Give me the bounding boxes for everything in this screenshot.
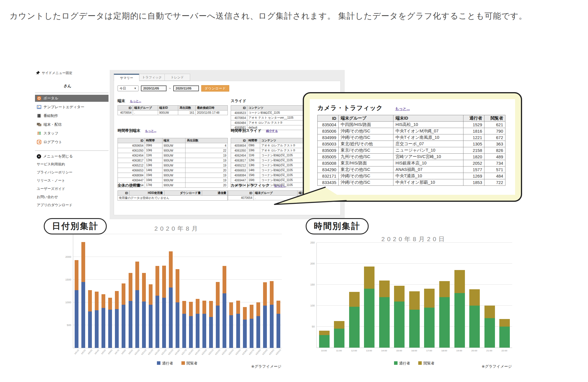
- bar-segment: [216, 306, 220, 348]
- stacked-bar: [319, 243, 330, 348]
- x-axis-tick-label: 14:00: [377, 349, 392, 352]
- more-link[interactable]: もっと...: [145, 129, 156, 133]
- table-cell: 17時: [145, 183, 162, 188]
- column-header: 再生回数: [178, 106, 196, 111]
- table-cell: 734: [484, 160, 505, 167]
- column-header: ID: [231, 106, 247, 111]
- section-hourly-slide-header: 時間帯別スライド 縮小する: [231, 128, 278, 133]
- table-cell: 20: [186, 183, 228, 188]
- sidebar-link-2[interactable]: リリース・ノート: [35, 176, 108, 185]
- date-to-input[interactable]: 2020/11/05: [173, 85, 199, 91]
- bar-segment: [439, 297, 450, 348]
- sidebar-link-3[interactable]: ユーザーズガイド: [35, 185, 108, 193]
- x-axis-tick-label: 16:00: [407, 349, 422, 352]
- bar-segment: [202, 301, 206, 314]
- more-link[interactable]: もっと...: [395, 106, 410, 111]
- pin-icon: [36, 71, 40, 75]
- terminal-table: ID端末グループ端末ID再生回数最終接続日時4070654.900UW16120…: [118, 105, 228, 115]
- stacked-bar: [223, 234, 226, 348]
- table-row: 835004中四国/HIS/路面HIS高松_101529621: [318, 122, 505, 128]
- stacked-bar: [276, 234, 280, 348]
- table-cell: 中四国/HIS/路面: [339, 122, 393, 128]
- device-icon: [37, 122, 41, 127]
- bar-segment: [142, 273, 146, 302]
- table-cell: 363: [484, 141, 505, 147]
- table-cell: 中央TイオンM沖縄_07: [393, 128, 463, 134]
- stacked-bar: [176, 234, 179, 348]
- bar-segment: [236, 301, 240, 314]
- date-from-input[interactable]: 2020/11/05: [141, 85, 167, 91]
- x-axis-tick-label: 17:00: [422, 349, 437, 352]
- column-header: 最終接続日時: [196, 106, 228, 111]
- table-cell: 4065212: [118, 163, 145, 168]
- menu-close-button[interactable]: ✕ メニューを閉じる: [35, 153, 108, 160]
- bar-segment: [129, 273, 132, 301]
- bar-segment: [256, 302, 260, 316]
- table-cell: 835004: [318, 122, 339, 128]
- table-cell: 484: [484, 173, 505, 179]
- table-cell: 571: [484, 167, 505, 173]
- bar-segment: [182, 314, 186, 348]
- date-range-tilde: ~: [169, 86, 171, 90]
- sidebar-link-0[interactable]: サービス利用規約: [35, 160, 108, 168]
- period-select[interactable]: 今日 ▼: [118, 85, 139, 91]
- bar-segment: [334, 321, 344, 329]
- y-axis-tick-label: 100: [310, 304, 315, 307]
- sidebar-item-5[interactable]: ログアウト: [35, 138, 108, 146]
- tab-0[interactable]: サマリー: [114, 74, 139, 81]
- sidebar-link-1[interactable]: プライバシーポリシー: [35, 168, 108, 176]
- section-hourly-terminal-header: 時間帯別端末 もっと...: [118, 128, 156, 133]
- sidebar-item-2[interactable]: 番組制作: [35, 111, 108, 120]
- sidebar-item-1[interactable]: テンプレートエディター: [35, 103, 108, 111]
- shrink-link[interactable]: 縮小する: [266, 129, 278, 133]
- table-cell: 2158: [463, 147, 484, 154]
- table-cell: 09時: [247, 143, 260, 148]
- stacked-bar: [439, 243, 450, 348]
- sidebar-link-4[interactable]: お問い合わせ: [35, 193, 108, 201]
- sidebar-pin-toggle[interactable]: サイドメニュー固定: [35, 69, 108, 76]
- bar-segment: [469, 289, 480, 306]
- stacked-bar: [135, 234, 139, 348]
- table-cell: 835006: [318, 128, 339, 134]
- column-header: 通行者: [463, 115, 484, 122]
- chart-x-labels: 8月1日8月2日8月3日8月4日8月5日8月6日8月7日8月8日8月9日8月10…: [73, 349, 281, 362]
- stacked-bar: [394, 243, 405, 348]
- menu-close-label: メニューを閉じる: [43, 154, 73, 159]
- more-link[interactable]: もっと...: [274, 184, 286, 188]
- sidebar-item-0[interactable]: ポータル: [35, 95, 108, 102]
- sidebar-item-3[interactable]: 端末・配信: [35, 120, 108, 129]
- section-camera-traffic-header: カメラ・トラフィック もっと...: [231, 183, 286, 188]
- bar-segment: [196, 299, 200, 314]
- bar-segment: [149, 284, 153, 305]
- section-title: 時間帯別スライド: [231, 128, 261, 133]
- stacked-bar: [243, 234, 247, 348]
- x-axis-tick-label: 19:00: [452, 349, 467, 352]
- y-axis-tick-label: 500: [67, 324, 71, 327]
- bar-segment: [424, 289, 435, 308]
- tab-1[interactable]: トラフィック: [139, 74, 165, 81]
- tab-2[interactable]: トレンド: [164, 74, 190, 81]
- table-cell: .: [254, 196, 298, 200]
- table-cell: 2020/11/05 17:48: [196, 111, 228, 115]
- bar-segment: [75, 260, 78, 290]
- table-cell: 沖縄/その他/SC: [339, 128, 393, 134]
- bar-segment: [424, 308, 435, 348]
- sidebar-link-5[interactable]: アプリのダウンロード: [35, 201, 108, 209]
- stacked-bar: [102, 234, 105, 348]
- table-cell: 4069523: [231, 111, 247, 115]
- x-axis-tick-label: 12:00: [346, 349, 362, 352]
- bar-segment: [102, 294, 105, 308]
- column-header: 時間帯: [145, 138, 162, 143]
- bar-segment: [135, 262, 139, 290]
- bar-segment: [102, 308, 105, 348]
- table-cell: 4062454: [231, 153, 247, 158]
- y-axis-tick-label: 200: [310, 262, 315, 265]
- bar-segment: [394, 302, 405, 348]
- more-link[interactable]: もっと...: [130, 99, 141, 103]
- table-cell: 4068084: [118, 173, 145, 178]
- sidebar-item-4[interactable]: スタッフ: [35, 129, 108, 138]
- x-axis-tick-label: 13:00: [362, 349, 377, 352]
- download-button[interactable]: ダウンロード: [201, 85, 229, 92]
- bar-segment: [349, 307, 360, 348]
- table-cell: 4068084: [231, 173, 247, 178]
